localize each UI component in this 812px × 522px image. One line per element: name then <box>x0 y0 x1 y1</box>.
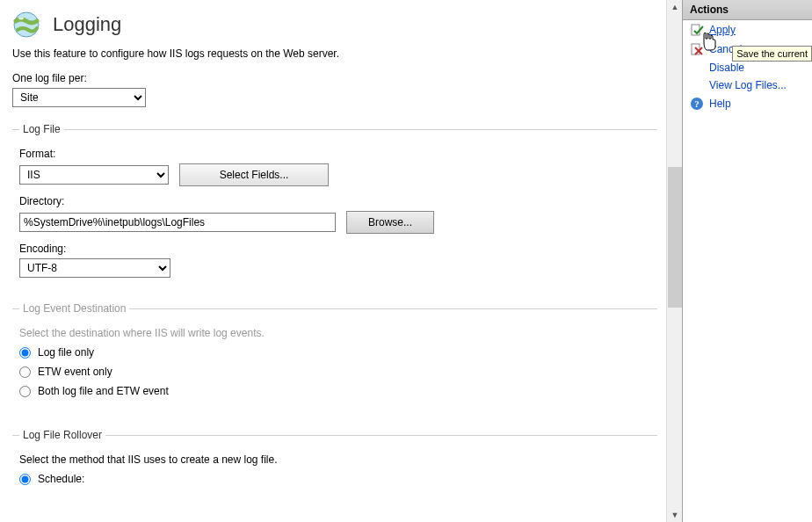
cancel-icon <box>690 42 704 56</box>
rollover-legend: Log File Rollover <box>19 429 105 441</box>
log-file-legend: Log File <box>19 123 64 135</box>
svg-rect-2 <box>692 25 700 35</box>
help-action[interactable]: ? Help <box>683 94 812 113</box>
actions-header: Actions <box>683 0 812 20</box>
dest-option-both[interactable]: Both log file and ETW event <box>19 385 650 397</box>
apply-label: Apply <box>709 24 736 36</box>
view-log-files-action[interactable]: View Log Files... <box>683 76 812 94</box>
rollover-option-schedule[interactable]: Schedule: <box>19 473 650 485</box>
encoding-select[interactable]: UTF-8 <box>19 258 170 278</box>
browse-button[interactable]: Browse... <box>346 211 434 234</box>
apply-tooltip: Save the current <box>732 46 812 62</box>
log-event-destination-group: Log Event Destination Select the destina… <box>12 302 657 413</box>
apply-icon <box>690 23 704 37</box>
directory-input[interactable] <box>19 213 336 232</box>
view-log-files-label: View Log Files... <box>709 79 787 91</box>
disable-action[interactable]: Disable <box>683 59 812 76</box>
page-title-text: Logging <box>53 13 121 36</box>
actions-panel: Actions Apply Cancel Disable View Log Fi… <box>682 0 812 522</box>
one-log-file-per-select[interactable]: Site <box>12 88 146 107</box>
dest-radio-etw[interactable] <box>19 366 31 378</box>
dest-option-etw[interactable]: ETW event only <box>19 366 650 378</box>
encoding-label: Encoding: <box>19 243 650 255</box>
disable-label: Disable <box>709 62 744 74</box>
main-content: Logging Use this feature to configure ho… <box>0 0 666 522</box>
page-title: Logging <box>12 11 657 39</box>
dest-radio-logfile[interactable] <box>19 347 31 359</box>
globe-icon <box>12 11 40 39</box>
destination-legend: Log Event Destination <box>19 302 129 315</box>
dest-option-logfile[interactable]: Log file only <box>19 346 650 359</box>
one-log-file-per-label: One log file per: <box>12 72 657 84</box>
directory-label: Directory: <box>19 195 650 207</box>
log-file-group: Log File Format: IIS Select Fields... Di… <box>12 123 657 286</box>
rollover-description: Select the method that IIS uses to creat… <box>19 453 650 466</box>
rollover-radio-schedule[interactable] <box>19 474 31 485</box>
format-select[interactable]: IIS <box>19 165 169 185</box>
log-file-rollover-group: Log File Rollover Select the method that… <box>12 429 657 501</box>
help-icon: ? <box>690 97 704 111</box>
svg-point-1 <box>18 18 24 20</box>
scroll-down-arrow[interactable]: ▼ <box>668 508 682 522</box>
svg-text:?: ? <box>694 98 700 109</box>
apply-action[interactable]: Apply <box>683 20 812 40</box>
format-label: Format: <box>19 148 650 160</box>
scroll-thumb[interactable] <box>668 167 682 308</box>
help-label: Help <box>709 98 731 110</box>
dest-radio-both[interactable] <box>19 386 31 397</box>
scroll-up-arrow[interactable]: ▲ <box>668 0 682 14</box>
destination-description: Select the destination where IIS will wr… <box>19 327 650 339</box>
select-fields-button[interactable]: Select Fields... <box>179 163 329 186</box>
page-description: Use this feature to configure how IIS lo… <box>12 47 657 60</box>
svg-point-0 <box>14 12 39 37</box>
vertical-scrollbar[interactable]: ▲ ▼ <box>666 0 682 522</box>
